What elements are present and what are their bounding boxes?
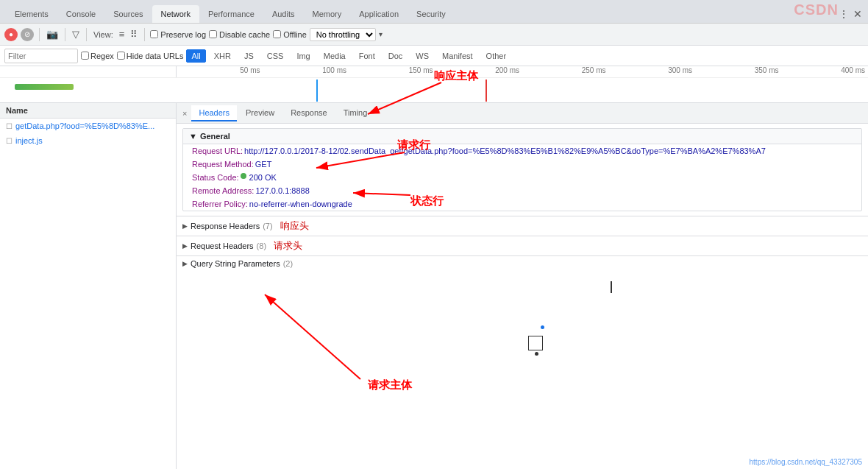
filter-ws[interactable]: WS bbox=[410, 49, 434, 63]
request-url-val[interactable]: http://127.0.0.1/2017-8-12/02.sendData_g… bbox=[244, 147, 766, 155]
right-panel: × Headers Preview Response Timing ▼ Gene… bbox=[177, 103, 868, 469]
regex-checkbox[interactable] bbox=[81, 52, 89, 60]
status-code-key: Status Code: bbox=[192, 173, 239, 182]
hide-data-checkbox[interactable] bbox=[117, 52, 125, 60]
request-headers-row[interactable]: ▶ Request Headers (8) 请求头 bbox=[177, 236, 868, 255]
panel-close-btn[interactable]: × bbox=[179, 107, 190, 119]
record-button[interactable]: ● bbox=[4, 28, 18, 41]
filter-xhr[interactable]: XHR bbox=[209, 49, 236, 63]
status-code-val: 200 OK bbox=[249, 173, 277, 182]
disable-cache-checkbox[interactable] bbox=[209, 30, 217, 38]
regex-text: Regex bbox=[90, 52, 114, 60]
list-item-js[interactable]: ☐ inject.js bbox=[0, 133, 176, 148]
filter-manifest[interactable]: Manifest bbox=[437, 49, 478, 63]
request-headers-arrow: ▶ bbox=[182, 242, 188, 250]
remote-address-val: 127.0.0.1:8888 bbox=[255, 186, 309, 195]
more-icon[interactable]: ⋮ bbox=[839, 8, 849, 20]
timeline-label-350: 350 ms bbox=[695, 66, 782, 77]
request-method-key: Request Method: bbox=[192, 160, 254, 169]
status-dot bbox=[241, 173, 246, 179]
general-expand-icon: ▼ bbox=[189, 132, 197, 141]
tab-audits[interactable]: Audits bbox=[263, 5, 304, 23]
tab-console[interactable]: Console bbox=[57, 5, 104, 23]
camera-icon[interactable]: 📷 bbox=[45, 27, 60, 41]
filter-media[interactable]: Media bbox=[319, 49, 351, 63]
dots-view-icon[interactable]: ⠿ bbox=[129, 27, 139, 41]
filter-other[interactable]: Other bbox=[481, 49, 512, 63]
tab-performance[interactable]: Performance bbox=[199, 5, 263, 23]
filter-doc[interactable]: Doc bbox=[383, 49, 408, 63]
tab-security[interactable]: Security bbox=[408, 5, 455, 23]
resize-dot-top bbox=[541, 325, 544, 329]
throttle-select[interactable]: No throttling bbox=[310, 28, 376, 41]
php-file-name: getData.php?food=%E5%8D%83%E... bbox=[15, 121, 154, 130]
filter-input[interactable] bbox=[4, 49, 78, 63]
referrer-key: Referrer Policy: bbox=[192, 200, 248, 208]
left-panel-header: Name bbox=[0, 103, 176, 119]
timeline-label-200: 200 ms bbox=[436, 66, 523, 77]
filter-icon[interactable]: ▽ bbox=[71, 27, 81, 41]
list-item-php[interactable]: ☐ getData.php?food=%E5%8D%83%E... bbox=[0, 119, 176, 133]
filter-js[interactable]: JS bbox=[239, 49, 259, 63]
preserve-log-label: Preserve log bbox=[150, 30, 206, 39]
left-panel: Name ☐ getData.php?food=%E5%8D%83%E... ☐… bbox=[0, 103, 177, 469]
js-file-name: inject.js bbox=[15, 136, 43, 145]
grid-view-icon[interactable]: ≡ bbox=[118, 27, 127, 41]
query-params-row[interactable]: ▶ Query String Parameters (2) bbox=[177, 255, 868, 271]
hide-data-label: Hide data URLs bbox=[117, 52, 184, 60]
response-headers-annotation: 响应头 bbox=[280, 219, 309, 233]
timeline-bar: 50 ms 100 ms 150 ms 200 ms 250 ms 300 ms… bbox=[0, 66, 868, 103]
filter-bar: Regex Hide data URLs All XHR JS CSS Img … bbox=[0, 46, 868, 66]
regex-label: Regex bbox=[81, 52, 114, 60]
devtools-tabs-bar: Elements Console Sources Network Perform… bbox=[0, 0, 868, 24]
query-params-count: (2) bbox=[283, 259, 293, 268]
request-headers-label: Request Headers bbox=[191, 241, 254, 250]
toolbar-divider-1 bbox=[39, 28, 40, 41]
tab-headers[interactable]: Headers bbox=[191, 105, 237, 121]
filter-css[interactable]: CSS bbox=[262, 49, 289, 63]
preserve-log-checkbox[interactable] bbox=[150, 30, 158, 38]
tab-sources[interactable]: Sources bbox=[104, 5, 152, 23]
tab-network[interactable]: Network bbox=[152, 5, 199, 23]
tab-application[interactable]: Application bbox=[350, 5, 408, 23]
preserve-log-text: Preserve log bbox=[160, 30, 206, 39]
text-cursor bbox=[611, 281, 612, 293]
remote-address-key: Remote Address: bbox=[192, 186, 254, 195]
main-content: Name ☐ getData.php?food=%E5%8D%83%E... ☐… bbox=[0, 103, 868, 469]
tab-response[interactable]: Response bbox=[283, 105, 335, 121]
remote-address-row: Remote Address: 127.0.0.1:8888 bbox=[183, 184, 861, 197]
timeline-label-400: 400 ms bbox=[782, 66, 869, 77]
tab-memory[interactable]: Memory bbox=[303, 5, 350, 23]
panel-tabs: × Headers Preview Response Timing bbox=[177, 103, 868, 124]
tab-timing[interactable]: Timing bbox=[336, 105, 375, 121]
general-section-title: ▼ General bbox=[183, 129, 861, 144]
timeline-label-100: 100 ms bbox=[263, 66, 350, 77]
cursor-area bbox=[177, 278, 868, 308]
stop-button[interactable]: ⊘ bbox=[21, 28, 34, 41]
filter-img[interactable]: Img bbox=[291, 49, 315, 63]
general-section: ▼ General Request URL: http://127.0.0.1/… bbox=[182, 128, 862, 211]
timeline-label-300: 300 ms bbox=[609, 66, 696, 77]
throttle-arrow: ▾ bbox=[379, 30, 383, 38]
resize-handle[interactable] bbox=[528, 336, 543, 350]
request-method-row: Request Method: GET bbox=[183, 158, 861, 171]
timeline-label-150: 150 ms bbox=[349, 66, 436, 77]
timeline-request-bar bbox=[15, 84, 74, 90]
hide-data-text: Hide data URLs bbox=[127, 52, 184, 60]
timeline-label-250: 250 ms bbox=[522, 66, 609, 77]
close-icon[interactable]: ✕ bbox=[853, 8, 862, 20]
view-label: View: bbox=[92, 29, 115, 40]
toolbar-divider-3 bbox=[86, 28, 87, 41]
query-params-label: Query String Parameters bbox=[191, 259, 280, 268]
filter-all[interactable]: All bbox=[186, 49, 205, 63]
response-headers-row[interactable]: ▶ Response Headers (7) 响应头 bbox=[177, 216, 868, 236]
disable-cache-label: Disable cache bbox=[209, 30, 270, 39]
offline-checkbox[interactable] bbox=[273, 30, 281, 38]
response-headers-count: (7) bbox=[263, 222, 272, 230]
tab-preview[interactable]: Preview bbox=[238, 105, 282, 121]
filter-font[interactable]: Font bbox=[354, 49, 380, 63]
tab-elements[interactable]: Elements bbox=[6, 5, 57, 23]
toolbar-divider-2 bbox=[65, 28, 65, 41]
status-code-row: Status Code: 200 OK bbox=[183, 171, 861, 184]
js-file-icon: ☐ bbox=[6, 137, 13, 145]
